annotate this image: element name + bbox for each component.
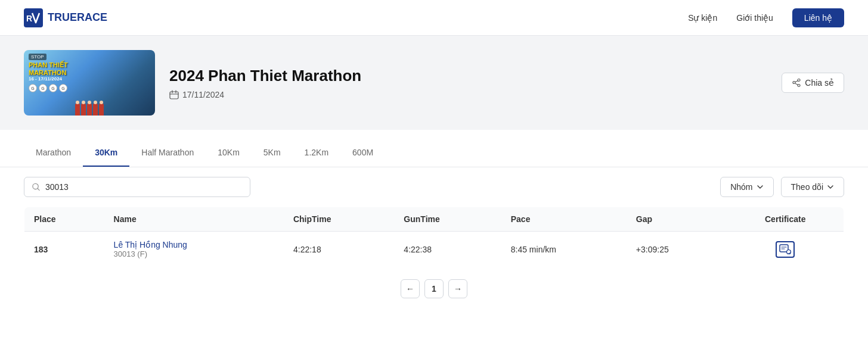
table-row: 183 Lê Thị Hồng Nhung 30013 (F) 4:22:18 … [24,232,844,267]
main-nav: Sự kiện Giới thiệu Liên hệ [688,8,844,27]
runner-1 [75,104,80,116]
page-1-button[interactable]: 1 [424,279,444,298]
controls-section: Nhóm Theo dõi [0,167,868,207]
col-name: Name [104,207,284,232]
share-button[interactable]: Chia sẻ [782,73,844,93]
event-image-title: PHAN THIẾTMARATHON [29,61,68,76]
cell-cert [727,232,844,267]
follow-filter-button[interactable]: Theo dõi [781,177,844,197]
group-filter-label: Nhóm [730,182,752,192]
nav-gioi-thieu[interactable]: Giới thiệu [736,13,773,23]
col-gap: Gap [627,207,727,232]
next-page-button[interactable]: → [448,279,467,298]
icon-badge-4: G [59,84,67,92]
logo[interactable]: R TRUERACE [24,8,107,27]
place-number: 183 [34,245,48,254]
col-guntime: GunTime [394,207,501,232]
event-icons-row: G G G G [29,84,67,92]
share-label: Chia sẻ [805,78,834,88]
col-pace: Pace [501,207,627,232]
cell-name: Lê Thị Hồng Nhung 30013 (F) [104,232,284,267]
event-date-text: 17/11/2024 [182,90,224,99]
col-place: Place [24,207,104,232]
logo-text: TRUERACE [48,11,107,24]
icon-badge-2: G [39,84,47,92]
event-info: STOP PHAN THIẾTMARATHON 16 - 17/11/2024 … [24,50,361,116]
cell-pace: 8:45 min/km [501,232,627,267]
runner-4 [93,104,98,116]
event-section: STOP PHAN THIẾTMARATHON 16 - 17/11/2024 … [0,36,868,130]
table-body: 183 Lê Thị Hồng Nhung 30013 (F) 4:22:18 … [24,232,844,267]
runner-3 [87,104,92,116]
tab-10km[interactable]: 10Km [206,139,252,167]
logo-icon: R [24,8,43,27]
share-icon [792,78,801,88]
cell-chiptime: 4:22:18 [284,232,394,267]
chevron-down-icon [757,183,764,191]
table-header: Place Name ChipTime GunTime Pace Gap Cer… [24,207,844,232]
runner-name[interactable]: Lê Thị Hồng Nhung [114,240,274,249]
event-image-date: 16 - 17/11/2024 [29,76,62,82]
tab-600m[interactable]: 600M [340,139,385,167]
tab-1-2km[interactable]: 1.2Km [293,139,340,167]
nav-su-kien[interactable]: Sự kiện [688,13,717,23]
col-chiptime: ChipTime [284,207,394,232]
runner-2 [81,104,86,116]
tabs-section: Marathon 30Km Half Marathon 10Km 5Km 1.2… [0,139,868,167]
search-box [24,177,250,197]
tab-marathon[interactable]: Marathon [24,139,83,167]
svg-text:R: R [26,14,32,23]
cell-guntime: 4:22:38 [394,232,501,267]
svg-point-3 [33,183,38,189]
event-date: 17/11/2024 [169,90,361,99]
svg-rect-2 [170,92,178,99]
search-icon [32,182,41,192]
filters: Nhóm Theo dõi [720,177,844,197]
tabs: Marathon 30Km Half Marathon 10Km 5Km 1.2… [24,139,844,167]
chevron-down-icon-2 [827,183,834,191]
event-image-label: STOP [29,54,46,60]
col-cert: Certificate [727,207,844,232]
contact-button[interactable]: Liên hệ [792,8,844,27]
follow-filter-label: Theo dõi [791,182,823,192]
results-table: Place Name ChipTime GunTime Pace Gap Cer… [24,207,844,267]
tab-30km[interactable]: 30Km [83,139,129,167]
runners-group [75,104,104,116]
calendar-icon [169,90,179,99]
header: R TRUERACE Sự kiện Giới thiệu Liên hệ [0,0,868,36]
event-image: STOP PHAN THIẾTMARATHON 16 - 17/11/2024 … [24,50,155,116]
search-input[interactable] [45,182,243,192]
tab-half-marathon[interactable]: Half Marathon [129,139,206,167]
prev-page-button[interactable]: ← [401,279,420,298]
group-filter-button[interactable]: Nhóm [720,177,773,197]
table-section: Place Name ChipTime GunTime Pace Gap Cer… [0,207,868,267]
event-title: 2024 Phan Thiet Marathon [169,67,361,85]
pagination: ← 1 → [0,267,868,310]
certificate-button[interactable] [776,241,795,258]
tab-5km[interactable]: 5Km [252,139,293,167]
icon-badge-1: G [29,84,37,92]
cell-gap: +3:09:25 [627,232,727,267]
runner-bib: 30013 (F) [114,249,274,258]
runner-5 [99,104,104,116]
event-details: 2024 Phan Thiet Marathon 17/11/2024 [169,67,361,99]
cert-icon-svg [779,244,791,255]
cell-place: 183 [24,232,104,267]
icon-badge-3: G [49,84,57,92]
